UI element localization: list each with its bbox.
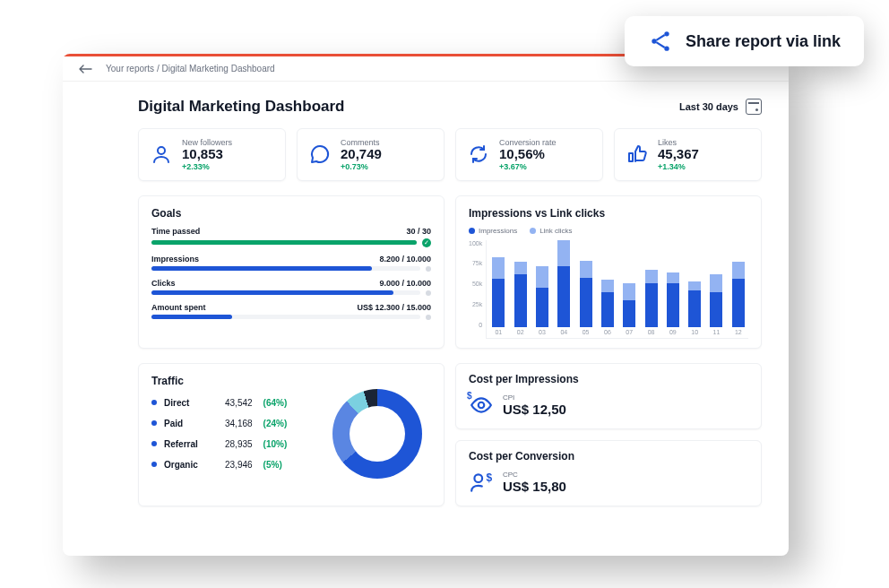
progress-track: [151, 266, 420, 271]
bar-segment-link-clicks: [732, 262, 745, 279]
bar-segment-link-clicks: [667, 272, 679, 283]
traffic-label: Paid: [164, 419, 218, 428]
cost-label: CPI: [503, 393, 566, 402]
bar-segment-link-clicks: [514, 262, 527, 275]
status-dot-icon: [426, 266, 431, 272]
cost-label: CPC: [503, 471, 566, 479]
traffic-item[interactable]: Paid 34,168 (24%): [151, 419, 309, 428]
bar-segment-link-clicks: [601, 280, 614, 292]
bar-column[interactable]: 05: [577, 240, 593, 338]
bar-segment-impressions: [492, 279, 505, 326]
kpi-value: 45,367: [658, 147, 699, 162]
impressions-chart-card: Impressions vs Link clicks Impressions L…: [455, 195, 762, 349]
bar-segment-link-clicks: [580, 261, 592, 278]
traffic-item[interactable]: Direct 43,542 (64%): [151, 398, 309, 408]
x-tick: 07: [626, 329, 633, 338]
goal-label: Time passed: [151, 227, 200, 236]
kpi-row: New followers 10,853 +2.33% Comments 20,…: [138, 128, 762, 181]
share-label: Share report via link: [686, 32, 841, 51]
breadcrumb-current[interactable]: Digital Marketing Dashboard: [161, 64, 274, 74]
kpi-delta: +2.33%: [182, 162, 232, 171]
bar-column[interactable]: 11: [708, 240, 724, 338]
x-tick: 12: [735, 329, 742, 338]
bar-segment-impressions: [688, 290, 701, 327]
page-title: Digital Marketing Dashboard: [138, 98, 344, 116]
bar-segment-impressions: [645, 283, 658, 327]
goal-label: Amount spent: [151, 303, 206, 312]
goal-value: 8.200 / 10.000: [379, 255, 431, 264]
calendar-icon: [746, 99, 762, 115]
bar-segment-impressions: [623, 300, 635, 326]
dollar-icon: $: [467, 391, 472, 401]
bar-column[interactable]: 12: [730, 240, 747, 338]
bar-segment-impressions: [667, 283, 679, 327]
status-dot-icon: [426, 315, 431, 320]
x-tick: 08: [648, 329, 655, 338]
bar-segment-link-clicks: [645, 270, 658, 283]
bar-column[interactable]: 07: [621, 240, 637, 338]
bar-column[interactable]: 08: [643, 240, 659, 338]
kpi-new-followers[interactable]: New followers 10,853 +2.33%: [138, 128, 286, 181]
breadcrumb-root[interactable]: Your reports: [106, 64, 154, 74]
progress-track: [151, 290, 420, 295]
traffic-pct: (64%): [263, 398, 288, 408]
user-dollar-icon: $: [469, 470, 494, 495]
legend-label: Link clicks: [539, 227, 572, 235]
progress-fill: [151, 266, 372, 271]
svg-point-1: [479, 402, 485, 408]
breadcrumb[interactable]: Your reports / Digital Marketing Dashboa…: [106, 64, 275, 74]
goal-value: US$ 12.300 / 15.000: [357, 303, 431, 312]
traffic-pct: (24%): [263, 419, 288, 428]
bar-segment-impressions: [580, 278, 592, 326]
cost-impressions-card[interactable]: Cost per Impressions $ CPI US$ 12,50: [455, 363, 762, 429]
svg-point-4: [652, 39, 656, 43]
traffic-donut-chart[interactable]: [324, 375, 431, 493]
goal-item: Clicks 9.000 / 10.000: [151, 279, 431, 296]
share-report-button[interactable]: Share report via link: [625, 16, 864, 66]
page-body: Digital Marketing Dashboard Last 30 days…: [63, 82, 789, 528]
x-tick: 10: [691, 329, 698, 338]
bullet-icon: [151, 400, 157, 405]
kpi-likes[interactable]: Likes 45,367 +1.34%: [614, 128, 762, 181]
bar-column[interactable]: 10: [686, 240, 703, 338]
y-tick: 100k: [469, 240, 482, 246]
bar-segment-impressions: [514, 274, 527, 326]
app-window: Your reports / Digital Marketing Dashboa…: [63, 54, 789, 556]
bar-column[interactable]: 04: [556, 240, 572, 338]
back-button[interactable]: [79, 65, 93, 74]
traffic-title: Traffic: [151, 375, 309, 387]
bar-column[interactable]: 09: [665, 240, 681, 338]
x-tick: 01: [495, 329, 502, 338]
bar-column[interactable]: 02: [513, 240, 529, 338]
swatch-icon: [469, 228, 475, 234]
goal-item: Time passed 30 / 30 ✓: [151, 227, 431, 247]
traffic-item[interactable]: Referral 28,935 (10%): [151, 439, 309, 449]
swatch-icon: [530, 228, 536, 234]
refresh-icon: [467, 143, 490, 166]
mid-row: Goals Time passed 30 / 30 ✓ Impressions …: [138, 195, 762, 349]
kpi-comments[interactable]: Comments 20,749 +0.73%: [297, 128, 444, 181]
bar-column[interactable]: 03: [534, 240, 550, 338]
donut-icon: [332, 389, 422, 479]
kpi-conversion-rate[interactable]: Conversion rate 10,56% +3.67%: [455, 128, 603, 181]
bullet-icon: [151, 420, 157, 426]
bar-segment-impressions: [601, 292, 614, 327]
kpi-delta: +3.67%: [499, 162, 557, 171]
bar-segment-link-clicks: [688, 281, 701, 290]
goal-label: Impressions: [151, 255, 199, 264]
x-tick: 05: [583, 329, 590, 338]
chart-area: 100k75k50k25k0 01 02 03 04 05: [469, 240, 748, 339]
y-tick: 25k: [469, 301, 482, 307]
bar-segment-link-clicks: [557, 240, 570, 266]
legend-impressions: Impressions: [469, 227, 517, 235]
bar-column[interactable]: 01: [490, 240, 506, 338]
bar-column[interactable]: 06: [600, 240, 616, 338]
date-range-selector[interactable]: Last 30 days: [679, 99, 762, 115]
bar-segment-impressions: [710, 292, 722, 327]
chart-plot[interactable]: 01 02 03 04 05 06 07: [486, 240, 748, 339]
kpi-value: 10,56%: [499, 147, 557, 162]
traffic-item[interactable]: Organic 23,946 (5%): [151, 460, 309, 470]
user-icon: [150, 143, 173, 166]
cost-conversion-card[interactable]: Cost per Conversion $ CPC US$ 15,80: [455, 440, 762, 506]
goals-list: Time passed 30 / 30 ✓ Impressions 8.200 …: [151, 227, 431, 320]
